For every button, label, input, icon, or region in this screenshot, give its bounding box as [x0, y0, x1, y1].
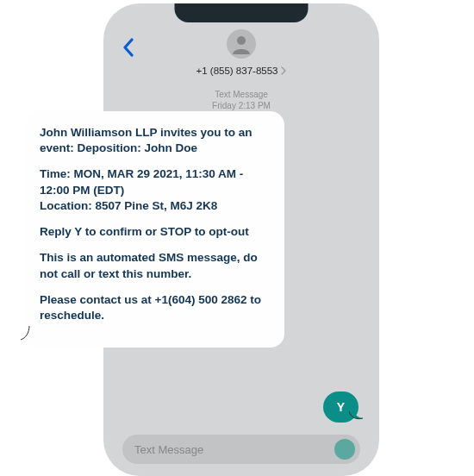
- phone-frame: +1 (855) 837-8553 Text Message Friday 2:…: [103, 3, 379, 476]
- message-line: Please contact us at +1(604) 500 2862 to…: [40, 292, 271, 323]
- outgoing-message-bubble: Y: [323, 391, 359, 423]
- outgoing-message-text: Y: [337, 400, 345, 414]
- incoming-message-bubble: John Williamson LLP invites you to an ev…: [26, 111, 284, 348]
- message-line: John Williamson LLP invites you to an ev…: [40, 125, 271, 156]
- bubble-tail-icon: [349, 406, 363, 423]
- microphone-icon[interactable]: [334, 439, 355, 460]
- thread-timestamp: Text Message Friday 2:13 PM: [103, 90, 379, 111]
- message-line: Time: MON, MAR 29 2021, 11:30 AM - 12:00…: [40, 166, 271, 214]
- contact-avatar[interactable]: [227, 29, 256, 59]
- contact-info-button[interactable]: +1 (855) 837-8553: [196, 66, 287, 76]
- message-line: This is an automated SMS message, do not…: [40, 250, 271, 281]
- meta-time: Friday 2:13 PM: [103, 101, 379, 112]
- chevron-left-icon: [122, 38, 134, 57]
- message-thread: John Williamson LLP invites you to an ev…: [103, 111, 379, 120]
- bubble-tail-icon: [21, 326, 36, 346]
- svg-point-0: [237, 36, 246, 45]
- conversation-header: +1 (855) 837-8553: [103, 3, 379, 78]
- person-icon: [230, 33, 253, 55]
- chevron-right-icon: [281, 66, 286, 75]
- message-composer[interactable]: Text Message: [122, 435, 360, 464]
- composer-placeholder: Text Message: [134, 443, 334, 456]
- message-line: Reply Y to confirm or STOP to opt-out: [40, 224, 271, 240]
- meta-type: Text Message: [103, 90, 379, 101]
- back-button[interactable]: [122, 38, 134, 60]
- contact-phone-number: +1 (855) 837-8553: [196, 66, 278, 76]
